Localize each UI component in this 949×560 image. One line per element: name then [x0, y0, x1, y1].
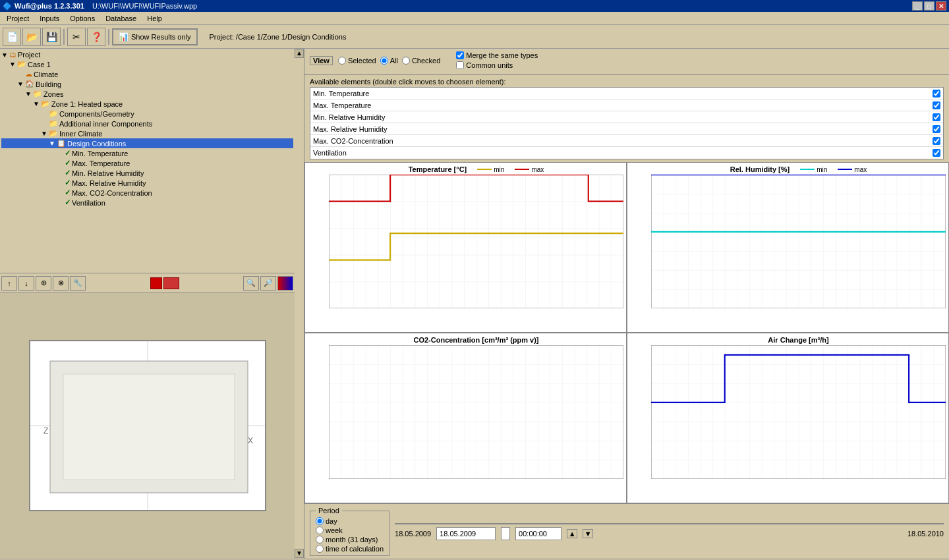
- expand-designconditions[interactable]: ▼: [49, 140, 57, 147]
- expand-maxhum[interactable]: [57, 179, 65, 186]
- cut-button[interactable]: ✂: [67, 28, 86, 46]
- common-units-input[interactable]: [456, 61, 464, 69]
- tool-button-3[interactable]: 🔧: [70, 276, 86, 291]
- save-button[interactable]: 💾: [42, 28, 61, 46]
- time-input[interactable]: [515, 527, 561, 540]
- expand-project[interactable]: ▼: [1, 51, 9, 59]
- maximize-button[interactable]: □: [924, 1, 935, 11]
- tree-node-components[interactable]: 📁 Components/Geometry: [1, 109, 293, 119]
- zoom-out-button[interactable]: 🔍: [243, 276, 259, 291]
- chart-temp-legend-max: max: [515, 166, 544, 173]
- period-fieldset: Period day week month (31 days) time of …: [310, 507, 389, 556]
- tree-node-maxtemp[interactable]: ✓ Max. Temperature: [1, 158, 293, 168]
- tree-node-additional[interactable]: 📁 Additional inner Components: [1, 119, 293, 128]
- period-week-input[interactable]: [316, 526, 324, 534]
- tree-node-maxco2[interactable]: ✓ Max. CO2-Concentration: [1, 188, 293, 198]
- tool-button-2[interactable]: ⊗: [53, 276, 69, 291]
- tree-node-ventilation[interactable]: ✓ Ventilation: [1, 198, 293, 208]
- menu-options[interactable]: Options: [65, 13, 100, 24]
- element-row-ventilation[interactable]: Ventilation: [310, 147, 943, 159]
- window-controls: _ □ ✕: [912, 1, 946, 11]
- expand-building[interactable]: ▼: [17, 80, 25, 88]
- tree-node-climate[interactable]: ☁ Climate: [1, 69, 293, 79]
- radio-selected[interactable]: Selected: [338, 57, 376, 65]
- period-week[interactable]: week: [316, 526, 384, 534]
- tree-node-maxhum[interactable]: ✓ Max. Relative Humidity: [1, 178, 293, 188]
- expand-additional[interactable]: [41, 120, 49, 127]
- menu-database[interactable]: Database: [100, 13, 142, 24]
- date-picker-dropdown[interactable]: [501, 527, 510, 540]
- element-check-mintemp[interactable]: [933, 90, 940, 98]
- element-row-maxco2[interactable]: Max. CO2-Concentration: [310, 135, 943, 147]
- element-check-minhum[interactable]: [933, 113, 940, 121]
- radio-all[interactable]: All: [380, 57, 398, 65]
- minimize-button[interactable]: _: [912, 1, 923, 11]
- menu-project[interactable]: Project: [1, 13, 34, 24]
- left-scrollbar[interactable]: ▲ ▼: [295, 49, 304, 558]
- element-check-maxtemp[interactable]: [933, 101, 940, 109]
- element-row-minhum[interactable]: Min. Relative Humidity: [310, 111, 943, 123]
- merge-same-types[interactable]: Merge the same types: [456, 51, 538, 59]
- tree-node-innerclimate[interactable]: ▼ 📂 Inner Climate: [1, 128, 293, 138]
- radio-selected-input[interactable]: [338, 57, 346, 65]
- element-check-maxhum[interactable]: [933, 125, 940, 133]
- expand-climate[interactable]: [17, 70, 25, 78]
- element-row-maxhum[interactable]: Max. Relative Humidity: [310, 123, 943, 135]
- date-picker-input[interactable]: [436, 527, 496, 540]
- zoom-in-button[interactable]: 🔎: [260, 276, 276, 291]
- tree-node-minhum[interactable]: ✓ Min. Relative Humidity: [1, 168, 293, 178]
- tool-button-1[interactable]: ⊕: [36, 276, 51, 291]
- element-row-maxtemp[interactable]: Max. Temperature: [310, 99, 943, 111]
- expand-zone1[interactable]: ▼: [33, 100, 41, 107]
- tree-node-zone1[interactable]: ▼ 📂 Zone 1: Heated space: [1, 99, 293, 109]
- show-results-button[interactable]: 📊 Show Results only: [112, 28, 198, 45]
- tree-node-building[interactable]: ▼ 🏠 Building: [1, 79, 293, 89]
- element-check-ventilation[interactable]: [933, 149, 940, 157]
- time-down-button[interactable]: ▼: [583, 529, 593, 538]
- view-controls: View Selected All Checked: [304, 49, 949, 75]
- element-check-maxco2[interactable]: [933, 137, 940, 145]
- element-row-mintemp[interactable]: Min. Temperature: [310, 88, 943, 99]
- svg-rect-60: [329, 345, 623, 479]
- expand-maxco2[interactable]: [57, 189, 65, 196]
- radio-checked-input[interactable]: [402, 57, 410, 65]
- help-button[interactable]: ❓: [87, 28, 105, 46]
- move-up-button[interactable]: ↑: [1, 276, 17, 291]
- expand-minhum[interactable]: [57, 169, 65, 177]
- close-button[interactable]: ✕: [936, 1, 946, 11]
- menu-inputs[interactable]: Inputs: [34, 13, 65, 24]
- tree-node-case1[interactable]: ▼ 📂 Case 1: [1, 59, 293, 69]
- expand-components[interactable]: [41, 110, 49, 117]
- expand-mintemp[interactable]: [57, 150, 65, 157]
- expand-innerclimate[interactable]: ▼: [41, 130, 49, 137]
- tree-node-mintemp[interactable]: ✓ Min. Temperature: [1, 148, 293, 158]
- time-up-button[interactable]: ▲: [567, 529, 577, 538]
- period-calc-input[interactable]: [316, 545, 324, 553]
- red-rect-button[interactable]: [163, 277, 179, 289]
- expand-case1[interactable]: ▼: [9, 61, 17, 68]
- new-button[interactable]: 📄: [3, 28, 21, 46]
- date-row: 18.05.2009 ▲ ▼ 18.05.2010: [395, 527, 944, 540]
- merge-same-types-input[interactable]: [456, 51, 464, 59]
- period-day-input[interactable]: [316, 517, 324, 525]
- tree-node-zones[interactable]: ▼ 📁 Zones: [1, 89, 293, 99]
- radio-all-input[interactable]: [380, 57, 388, 65]
- expand-maxtemp[interactable]: [57, 159, 65, 167]
- period-calc[interactable]: time of calculation: [316, 545, 384, 553]
- expand-ventilation[interactable]: [57, 199, 65, 206]
- red-square-button[interactable]: [150, 277, 162, 289]
- tree-node-designconditions[interactable]: ▼ 📋 Design Conditions: [1, 138, 293, 148]
- common-units[interactable]: Common units: [456, 61, 538, 69]
- menu-help[interactable]: Help: [142, 13, 167, 24]
- period-day[interactable]: day: [316, 517, 384, 525]
- color-button[interactable]: [277, 276, 293, 291]
- tree-node-project[interactable]: ▼ 🗂 Project: [1, 50, 293, 59]
- period-month[interactable]: month (31 days): [316, 536, 384, 544]
- move-down-button[interactable]: ↓: [18, 276, 34, 291]
- radio-checked[interactable]: Checked: [402, 57, 440, 65]
- tree-label-case1: Case 1: [28, 61, 51, 69]
- period-month-input[interactable]: [316, 536, 324, 544]
- period-calc-label: time of calculation: [326, 545, 384, 553]
- open-button[interactable]: 📂: [22, 28, 41, 46]
- expand-zones[interactable]: ▼: [25, 90, 33, 98]
